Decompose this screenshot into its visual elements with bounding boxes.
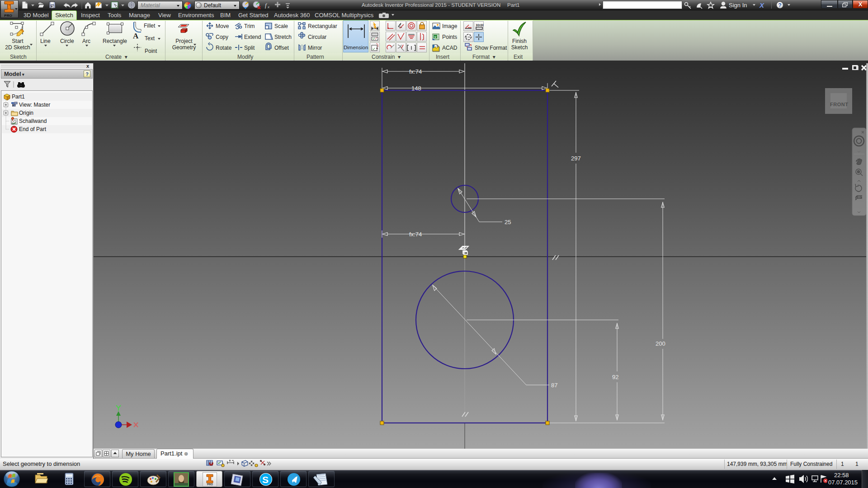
svg-text:92: 92	[612, 374, 618, 380]
svg-text:200: 200	[656, 340, 665, 347]
svg-text:A: A	[133, 32, 139, 40]
svg-text:87: 87	[551, 382, 557, 389]
svg-text:FRONT: FRONT	[830, 102, 848, 107]
svg-text:H×H: H×H	[476, 23, 483, 27]
svg-text:Sign In: Sign In	[729, 2, 747, 9]
svg-text:fx:74: fx:74	[409, 231, 422, 238]
svg-text:297: 297	[571, 155, 581, 162]
svg-text:148: 148	[411, 85, 421, 92]
svg-text:x: x	[267, 5, 269, 9]
svg-text:fx:74: fx:74	[409, 68, 422, 75]
svg-text:X: X	[434, 35, 437, 39]
svg-text:S: S	[262, 474, 269, 485]
svg-text:PRO: PRO	[207, 483, 213, 486]
svg-text:25: 25	[505, 219, 511, 225]
